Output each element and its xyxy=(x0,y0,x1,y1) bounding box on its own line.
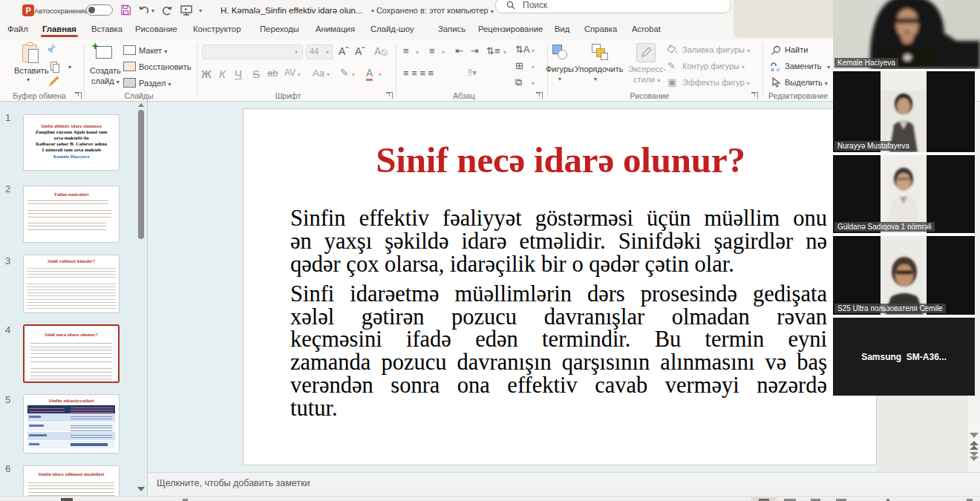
svg-text:a: a xyxy=(771,66,774,72)
svg-text:c: c xyxy=(777,66,780,72)
